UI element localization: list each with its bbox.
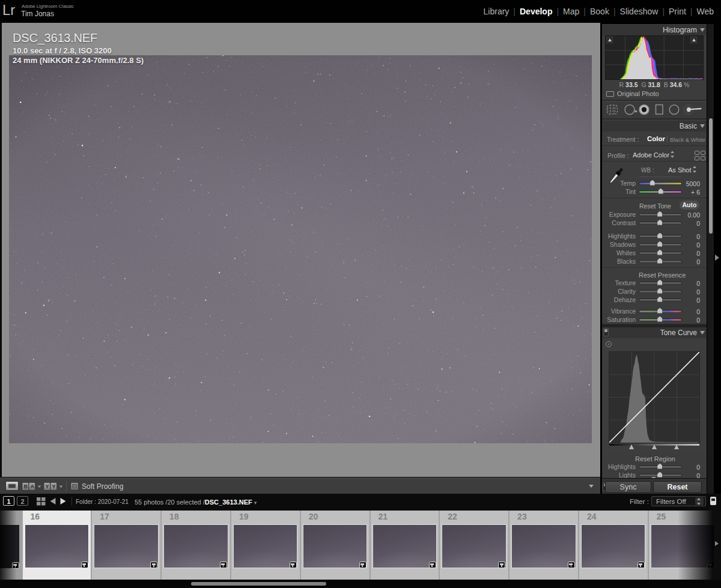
svg-text:Y: Y	[52, 483, 56, 489]
svg-text:Y: Y	[46, 483, 49, 489]
svg-text:A: A	[31, 483, 35, 489]
svg-text:B: B	[24, 483, 28, 489]
